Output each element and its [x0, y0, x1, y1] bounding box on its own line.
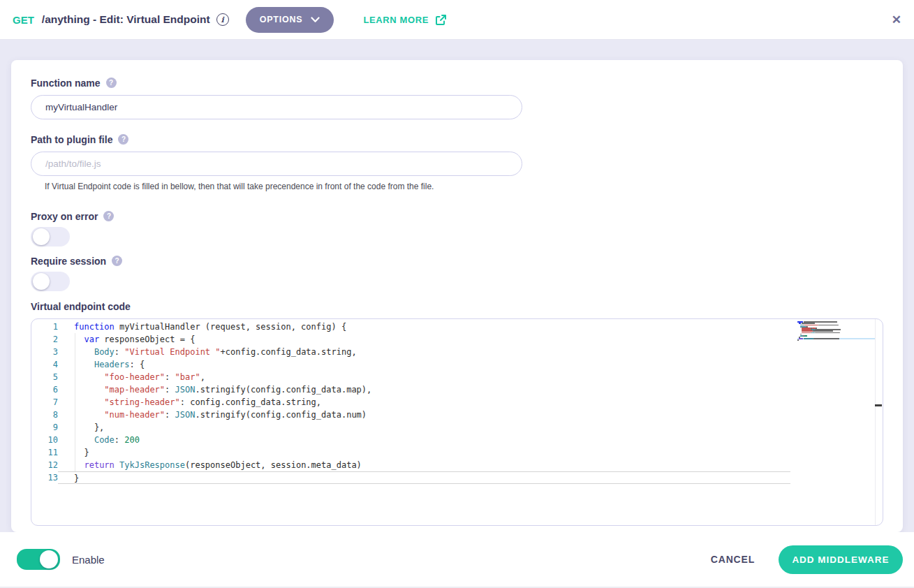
code-line: 13} — [31, 471, 790, 484]
help-icon[interactable]: ? — [112, 256, 122, 266]
code-line: 11 } — [31, 446, 790, 459]
code-line: 3 Body: "Virtual Endpoint "+config.confi… — [31, 346, 790, 358]
close-icon[interactable]: ✕ — [892, 14, 901, 26]
code-line: 9 }, — [31, 421, 790, 434]
function-name-input[interactable] — [31, 95, 522, 119]
options-button[interactable]: OPTIONS — [246, 7, 334, 33]
code-line: 4 Headers: { — [31, 358, 790, 371]
help-icon[interactable]: ? — [106, 78, 117, 88]
virtual-endpoint-code-label: Virtual endpoint code — [31, 300, 883, 312]
header: GET /anything - Edit: Virtual Endpoint i… — [0, 0, 914, 40]
info-icon[interactable]: i — [216, 13, 229, 26]
editor-minimap[interactable] — [797, 321, 876, 341]
plugin-path-helper-text: If Virtual Endpoint code is filled in be… — [45, 182, 883, 191]
code-line: 6 "map-header": JSON.stringify(config.co… — [31, 383, 790, 396]
cancel-button[interactable]: CANCEL — [707, 554, 759, 565]
toggle-knob — [40, 550, 58, 568]
plugin-path-label-row: Path to plugin file ? — [31, 133, 883, 145]
enable-control: Enable — [17, 549, 105, 570]
middleware-edit-card: Function name ? Path to plugin file ? If… — [11, 60, 903, 532]
minimap-separator — [875, 319, 876, 525]
require-session-label: Require session — [31, 256, 106, 267]
plugin-path-input[interactable] — [31, 152, 522, 176]
http-method-badge: GET — [13, 14, 34, 26]
code-line: 7 "string-header": config.config_data.st… — [31, 396, 790, 409]
enable-label: Enable — [72, 554, 105, 566]
enable-toggle[interactable] — [17, 549, 60, 570]
indent-guide — [75, 333, 75, 471]
proxy-on-error-toggle[interactable] — [31, 227, 70, 247]
code-line: 1function myVirtualHandler (request, ses… — [31, 321, 790, 333]
code-line: 12 return TykJsResponse(responseObject, … — [31, 459, 790, 471]
footer-actions: CANCEL ADD MIDDLEWARE — [707, 545, 903, 574]
require-session-label-row: Require session ? — [31, 255, 883, 267]
code-line: 5 "foo-header": "bar", — [31, 371, 790, 383]
options-button-label: OPTIONS — [260, 15, 303, 24]
code-lines: 1function myVirtualHandler (request, ses… — [31, 321, 790, 484]
plugin-path-label: Path to plugin file — [31, 134, 112, 145]
page-title: /anything - Edit: Virtual Endpoint — [42, 13, 210, 26]
help-icon[interactable]: ? — [118, 134, 128, 145]
proxy-on-error-label-row: Proxy on error ? — [31, 210, 883, 222]
proxy-on-error-label: Proxy on error — [31, 211, 98, 222]
toggle-knob — [33, 273, 50, 290]
footer-bar: Enable CANCEL ADD MIDDLEWARE — [0, 532, 914, 587]
add-middleware-button[interactable]: ADD MIDDLEWARE — [779, 545, 903, 574]
external-link-icon — [435, 14, 447, 26]
require-session-toggle[interactable] — [31, 272, 70, 291]
learn-more-link[interactable]: LEARN MORE — [364, 14, 447, 26]
code-line: 10 Code: 200 — [31, 434, 790, 446]
chevron-down-icon — [311, 17, 320, 23]
function-name-label: Function name — [31, 78, 101, 89]
learn-more-label: LEARN MORE — [364, 15, 429, 25]
code-line: 2 var responseObject = { — [31, 333, 790, 346]
overview-ruler-marker — [875, 404, 882, 406]
code-editor[interactable]: 1function myVirtualHandler (request, ses… — [31, 318, 883, 526]
function-name-label-row: Function name ? — [31, 77, 883, 89]
toggle-knob — [33, 228, 50, 245]
help-icon[interactable]: ? — [103, 211, 114, 221]
code-line: 8 "num-header": JSON.stringify(config.co… — [31, 409, 790, 421]
